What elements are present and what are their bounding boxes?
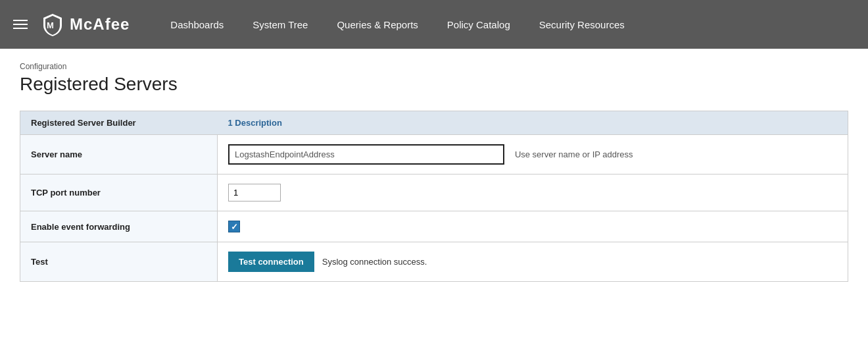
breadcrumb: Configuration bbox=[20, 62, 848, 71]
server-name-hint: Use server name or IP address bbox=[515, 149, 633, 159]
tcp-port-cell bbox=[218, 174, 848, 211]
enable-forwarding-label: Enable event forwarding bbox=[20, 211, 218, 242]
test-connection-button[interactable]: Test connection bbox=[228, 252, 314, 272]
test-cell: Test connection Syslog connection succes… bbox=[218, 242, 848, 282]
enable-forwarding-cell bbox=[218, 211, 848, 242]
hamburger-line-2 bbox=[13, 24, 28, 25]
mcafee-logo-icon: M bbox=[41, 13, 64, 36]
registered-server-form: Registered Server Builder 1 Description … bbox=[20, 111, 848, 282]
nav-menu: Dashboards System Tree Queries & Reports… bbox=[156, 0, 855, 49]
logo: M McAfee bbox=[41, 13, 130, 36]
test-container: Test connection Syslog connection succes… bbox=[228, 252, 837, 272]
form-header-col2: 1 Description bbox=[218, 111, 848, 135]
test-row: Test Test connection Syslog connection s… bbox=[20, 242, 848, 282]
page-content: Configuration Registered Servers Registe… bbox=[0, 49, 868, 295]
form-header-row: Registered Server Builder 1 Description bbox=[20, 111, 848, 135]
hamburger-button[interactable] bbox=[13, 20, 28, 29]
nav-item-dashboards[interactable]: Dashboards bbox=[156, 0, 238, 49]
form-header-col1: Registered Server Builder bbox=[20, 111, 218, 135]
test-label: Test bbox=[20, 242, 218, 282]
logo-text: McAfee bbox=[70, 15, 130, 34]
nav-item-security-resources[interactable]: Security Resources bbox=[525, 0, 639, 49]
server-name-cell: Use server name or IP address bbox=[218, 135, 848, 174]
tcp-port-label: TCP port number bbox=[20, 174, 218, 211]
checkbox-container bbox=[228, 221, 837, 232]
enable-forwarding-checkbox[interactable] bbox=[228, 221, 240, 232]
nav-item-system-tree[interactable]: System Tree bbox=[238, 0, 322, 49]
tcp-port-row: TCP port number bbox=[20, 174, 848, 211]
test-result-text: Syslog connection success. bbox=[322, 257, 427, 267]
svg-text:M: M bbox=[47, 20, 54, 30]
navbar: M McAfee Dashboards System Tree Queries … bbox=[0, 0, 868, 49]
hamburger-line-3 bbox=[13, 28, 28, 29]
server-name-row: Server name Use server name or IP addres… bbox=[20, 135, 848, 174]
server-name-label: Server name bbox=[20, 135, 218, 174]
enable-forwarding-row: Enable event forwarding bbox=[20, 211, 848, 242]
hamburger-line-1 bbox=[13, 20, 28, 21]
page-title: Registered Servers bbox=[20, 74, 848, 95]
tcp-port-input[interactable] bbox=[228, 184, 281, 201]
nav-item-policy-catalog[interactable]: Policy Catalog bbox=[433, 0, 525, 49]
server-name-input[interactable] bbox=[228, 144, 504, 165]
nav-item-queries-reports[interactable]: Queries & Reports bbox=[322, 0, 432, 49]
